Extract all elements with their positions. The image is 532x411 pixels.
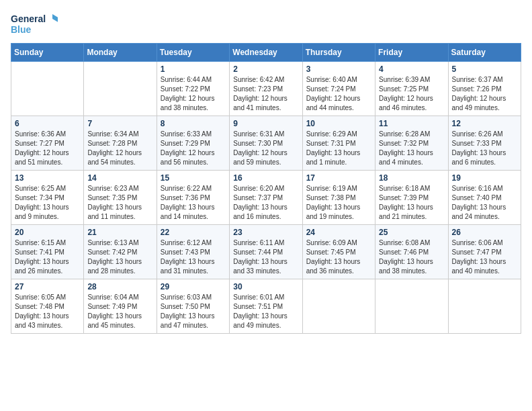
day-number: 14: [87, 173, 152, 183]
day-number: 20: [15, 228, 80, 237]
calendar-table: SundayMondayTuesdayWednesdayThursdayFrid…: [11, 43, 521, 334]
day-number: 3: [306, 64, 371, 74]
day-number: 2: [233, 64, 298, 74]
day-info: Sunrise: 6:28 AM Sunset: 7:32 PM Dayligh…: [379, 130, 444, 167]
calendar-cell: 7Sunrise: 6:34 AM Sunset: 7:28 PM Daylig…: [84, 116, 157, 171]
day-info: Sunrise: 6:06 AM Sunset: 7:47 PM Dayligh…: [452, 238, 517, 276]
calendar-cell: 12Sunrise: 6:26 AM Sunset: 7:33 PM Dayli…: [448, 116, 521, 171]
calendar-cell: 30Sunrise: 6:01 AM Sunset: 7:51 PM Dayli…: [230, 279, 302, 334]
weekday-header: Saturday: [448, 44, 521, 62]
day-number: 19: [452, 173, 517, 183]
calendar-cell: 26Sunrise: 6:06 AM Sunset: 7:47 PM Dayli…: [448, 225, 521, 279]
day-number: 9: [233, 119, 298, 128]
calendar-cell: 24Sunrise: 6:09 AM Sunset: 7:45 PM Dayli…: [302, 225, 375, 279]
day-number: 5: [452, 64, 517, 74]
day-number: 4: [379, 64, 444, 74]
day-number: 13: [15, 173, 80, 183]
calendar-cell: 16Sunrise: 6:20 AM Sunset: 7:37 PM Dayli…: [230, 171, 302, 225]
weekday-header: Thursday: [302, 44, 375, 62]
day-number: 28: [87, 282, 152, 291]
day-info: Sunrise: 6:19 AM Sunset: 7:38 PM Dayligh…: [306, 184, 371, 222]
calendar-cell: 4Sunrise: 6:39 AM Sunset: 7:25 PM Daylig…: [375, 62, 448, 116]
calendar-cell: 2Sunrise: 6:42 AM Sunset: 7:23 PM Daylig…: [230, 62, 302, 116]
day-info: Sunrise: 6:37 AM Sunset: 7:26 PM Dayligh…: [452, 75, 517, 113]
svg-text:Blue: Blue: [11, 24, 32, 35]
calendar-cell: 10Sunrise: 6:29 AM Sunset: 7:31 PM Dayli…: [302, 116, 375, 171]
svg-text:General: General: [11, 13, 46, 24]
day-number: 24: [306, 228, 371, 237]
weekday-header: Tuesday: [157, 44, 229, 62]
calendar-week-row: 13Sunrise: 6:25 AM Sunset: 7:34 PM Dayli…: [11, 171, 521, 225]
weekday-header: Wednesday: [230, 44, 302, 62]
day-number: 18: [379, 173, 444, 183]
calendar-cell: [448, 279, 521, 334]
logo: General Blue: [11, 11, 58, 38]
day-info: Sunrise: 6:40 AM Sunset: 7:24 PM Dayligh…: [306, 75, 371, 113]
calendar-cell: 1Sunrise: 6:44 AM Sunset: 7:22 PM Daylig…: [157, 62, 229, 116]
day-info: Sunrise: 6:11 AM Sunset: 7:44 PM Dayligh…: [233, 238, 298, 276]
day-info: Sunrise: 6:39 AM Sunset: 7:25 PM Dayligh…: [379, 75, 444, 113]
day-info: Sunrise: 6:15 AM Sunset: 7:41 PM Dayligh…: [15, 238, 80, 276]
calendar-cell: 5Sunrise: 6:37 AM Sunset: 7:26 PM Daylig…: [448, 62, 521, 116]
day-info: Sunrise: 6:33 AM Sunset: 7:29 PM Dayligh…: [161, 130, 226, 167]
calendar-week-row: 6Sunrise: 6:36 AM Sunset: 7:27 PM Daylig…: [11, 116, 521, 171]
day-number: 25: [379, 228, 444, 237]
day-info: Sunrise: 6:29 AM Sunset: 7:31 PM Dayligh…: [306, 130, 371, 167]
calendar-cell: [375, 279, 448, 334]
weekday-header: Monday: [84, 44, 157, 62]
day-info: Sunrise: 6:34 AM Sunset: 7:28 PM Dayligh…: [87, 130, 152, 167]
day-info: Sunrise: 6:42 AM Sunset: 7:23 PM Dayligh…: [233, 75, 298, 113]
calendar-cell: 20Sunrise: 6:15 AM Sunset: 7:41 PM Dayli…: [11, 225, 84, 279]
day-number: 6: [15, 119, 80, 128]
calendar-cell: 22Sunrise: 6:12 AM Sunset: 7:43 PM Dayli…: [157, 225, 229, 279]
day-number: 15: [161, 173, 226, 183]
calendar-cell: 23Sunrise: 6:11 AM Sunset: 7:44 PM Dayli…: [230, 225, 302, 279]
calendar-cell: 13Sunrise: 6:25 AM Sunset: 7:34 PM Dayli…: [11, 171, 84, 225]
day-info: Sunrise: 6:22 AM Sunset: 7:36 PM Dayligh…: [161, 184, 226, 222]
day-info: Sunrise: 6:26 AM Sunset: 7:33 PM Dayligh…: [452, 130, 517, 167]
day-info: Sunrise: 6:31 AM Sunset: 7:30 PM Dayligh…: [233, 130, 298, 167]
day-info: Sunrise: 6:09 AM Sunset: 7:45 PM Dayligh…: [306, 238, 371, 276]
calendar-cell: [11, 62, 84, 116]
calendar-cell: 14Sunrise: 6:23 AM Sunset: 7:35 PM Dayli…: [84, 171, 157, 225]
calendar-week-row: 20Sunrise: 6:15 AM Sunset: 7:41 PM Dayli…: [11, 225, 521, 279]
day-number: 16: [233, 173, 298, 183]
day-info: Sunrise: 6:13 AM Sunset: 7:42 PM Dayligh…: [87, 238, 152, 276]
calendar-cell: 9Sunrise: 6:31 AM Sunset: 7:30 PM Daylig…: [230, 116, 302, 171]
day-number: 29: [161, 282, 226, 291]
day-info: Sunrise: 6:18 AM Sunset: 7:39 PM Dayligh…: [379, 184, 444, 222]
calendar-cell: [302, 279, 375, 334]
calendar-cell: 17Sunrise: 6:19 AM Sunset: 7:38 PM Dayli…: [302, 171, 375, 225]
calendar-cell: 19Sunrise: 6:16 AM Sunset: 7:40 PM Dayli…: [448, 171, 521, 225]
day-number: 10: [306, 119, 371, 128]
day-info: Sunrise: 6:23 AM Sunset: 7:35 PM Dayligh…: [87, 184, 152, 222]
day-info: Sunrise: 6:44 AM Sunset: 7:22 PM Dayligh…: [161, 75, 226, 113]
day-info: Sunrise: 6:12 AM Sunset: 7:43 PM Dayligh…: [161, 238, 226, 276]
calendar-cell: 3Sunrise: 6:40 AM Sunset: 7:24 PM Daylig…: [302, 62, 375, 116]
day-number: 7: [87, 119, 152, 128]
day-number: 30: [233, 282, 298, 291]
calendar-cell: 8Sunrise: 6:33 AM Sunset: 7:29 PM Daylig…: [157, 116, 229, 171]
day-info: Sunrise: 6:04 AM Sunset: 7:49 PM Dayligh…: [87, 293, 152, 330]
day-info: Sunrise: 6:05 AM Sunset: 7:48 PM Dayligh…: [15, 293, 80, 330]
calendar-week-row: 27Sunrise: 6:05 AM Sunset: 7:48 PM Dayli…: [11, 279, 521, 334]
calendar-cell: 18Sunrise: 6:18 AM Sunset: 7:39 PM Dayli…: [375, 171, 448, 225]
day-number: 1: [161, 64, 226, 74]
calendar-cell: 15Sunrise: 6:22 AM Sunset: 7:36 PM Dayli…: [157, 171, 229, 225]
day-info: Sunrise: 6:25 AM Sunset: 7:34 PM Dayligh…: [15, 184, 80, 222]
logo-svg: General Blue: [11, 11, 58, 38]
svg-marker-2: [52, 14, 58, 23]
day-info: Sunrise: 6:36 AM Sunset: 7:27 PM Dayligh…: [15, 130, 80, 167]
day-number: 8: [161, 119, 226, 128]
calendar-cell: 6Sunrise: 6:36 AM Sunset: 7:27 PM Daylig…: [11, 116, 84, 171]
day-number: 26: [452, 228, 517, 237]
weekday-header: Sunday: [11, 44, 84, 62]
calendar-cell: 25Sunrise: 6:08 AM Sunset: 7:46 PM Dayli…: [375, 225, 448, 279]
day-number: 11: [379, 119, 444, 128]
calendar-cell: 21Sunrise: 6:13 AM Sunset: 7:42 PM Dayli…: [84, 225, 157, 279]
calendar-week-row: 1Sunrise: 6:44 AM Sunset: 7:22 PM Daylig…: [11, 62, 521, 116]
day-number: 22: [161, 228, 226, 237]
day-info: Sunrise: 6:03 AM Sunset: 7:50 PM Dayligh…: [161, 293, 226, 330]
day-info: Sunrise: 6:16 AM Sunset: 7:40 PM Dayligh…: [452, 184, 517, 222]
calendar-cell: 28Sunrise: 6:04 AM Sunset: 7:49 PM Dayli…: [84, 279, 157, 334]
